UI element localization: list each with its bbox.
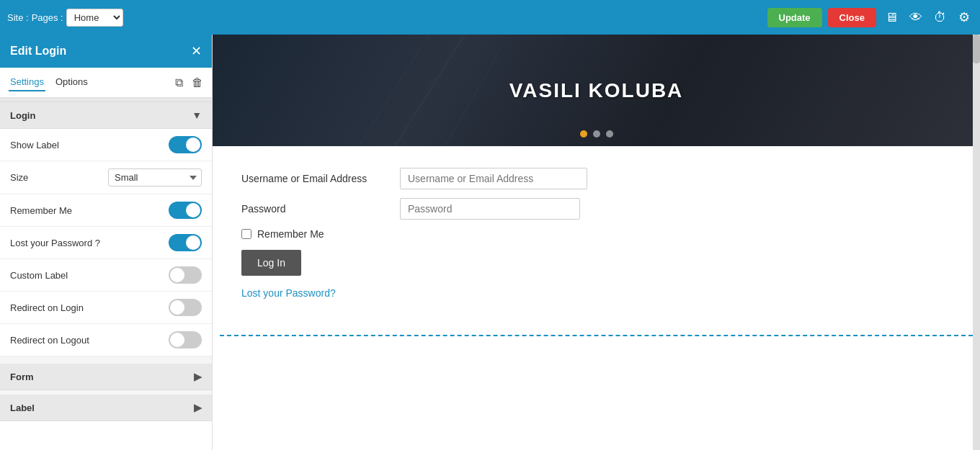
size-label: Size bbox=[10, 172, 28, 183]
login-section-header[interactable]: Login ▼ bbox=[0, 102, 212, 129]
left-panel: Edit Login ✕ Settings Options ⧉ 🗑 Login … bbox=[0, 35, 213, 450]
show-label-text: Show Label bbox=[10, 140, 59, 150]
redirect-logout-text: Redirect on Logout bbox=[10, 335, 89, 346]
panel-header: Edit Login ✕ bbox=[0, 35, 212, 68]
pages-dropdown[interactable]: Home About Contact Blog bbox=[66, 9, 123, 27]
close-button[interactable]: Close bbox=[828, 8, 876, 27]
right-content: VASILI KOLUBA Username or Email Address … bbox=[213, 35, 980, 450]
username-label: Username or Email Address bbox=[241, 173, 400, 184]
history-icon[interactable]: ⏱ bbox=[931, 7, 950, 28]
login-section-arrow: ▼ bbox=[192, 109, 202, 121]
lost-password-link[interactable]: Lost your Password? bbox=[241, 287, 336, 299]
lost-password-row: Lost your Password ? bbox=[0, 227, 212, 259]
structure-icon[interactable]: ⚙ bbox=[956, 6, 973, 28]
show-label-slider bbox=[169, 136, 202, 153]
login-section-label: Login bbox=[10, 110, 35, 121]
redirect-login-toggle[interactable] bbox=[169, 299, 202, 316]
spacer-1 bbox=[0, 356, 212, 364]
remember-me-check[interactable] bbox=[241, 229, 251, 239]
lost-password-slider bbox=[169, 234, 202, 251]
password-label: Password bbox=[241, 203, 400, 215]
label-section-arrow: ▶ bbox=[194, 402, 202, 413]
update-button[interactable]: Update bbox=[767, 8, 822, 27]
remember-me-row: Remember Me bbox=[0, 194, 212, 227]
panel-close-button[interactable]: ✕ bbox=[191, 43, 202, 59]
pages-label: Pages : bbox=[32, 12, 63, 23]
svg-line-3 bbox=[443, 49, 501, 146]
password-field-row: Password bbox=[241, 198, 951, 220]
copy-icon[interactable]: ⧉ bbox=[175, 76, 183, 89]
hero-dot-1[interactable] bbox=[580, 130, 587, 138]
remember-me-toggle[interactable] bbox=[169, 202, 202, 219]
svg-line-0 bbox=[357, 35, 429, 146]
redirect-logout-slider bbox=[169, 331, 202, 348]
remember-me-check-row: Remember Me bbox=[241, 228, 951, 240]
site-label: Site : bbox=[7, 12, 29, 23]
redirect-login-text: Redirect on Login bbox=[10, 302, 84, 313]
size-dropdown[interactable]: Small Medium Large bbox=[108, 168, 202, 186]
lost-password-text: Lost your Password ? bbox=[10, 238, 100, 248]
hero-dot-2[interactable] bbox=[593, 130, 600, 138]
custom-label-toggle[interactable] bbox=[169, 266, 202, 284]
panel-tabs: Settings Options ⧉ 🗑 bbox=[0, 68, 212, 98]
tab-settings[interactable]: Settings bbox=[9, 73, 45, 91]
bottom-dashed-border bbox=[220, 335, 973, 336]
custom-label-text: Custom Label bbox=[10, 270, 68, 281]
redirect-logout-row: Redirect on Logout bbox=[0, 324, 212, 356]
hero-title: VASILI KOLUBA bbox=[509, 79, 684, 102]
redirect-logout-toggle[interactable] bbox=[169, 331, 202, 348]
custom-label-slider bbox=[169, 266, 202, 284]
tab-options[interactable]: Options bbox=[54, 73, 89, 91]
label-section-label: Label bbox=[10, 402, 35, 413]
form-section-header[interactable]: Form ▶ bbox=[0, 364, 212, 390]
username-field-row: Username or Email Address bbox=[241, 168, 951, 189]
hero-dot-3[interactable] bbox=[606, 130, 613, 138]
redirect-login-row: Redirect on Login bbox=[0, 292, 212, 324]
label-section-header[interactable]: Label ▶ bbox=[0, 395, 212, 421]
show-label-row: Show Label bbox=[0, 129, 212, 161]
top-bar: Site : Pages : Home About Contact Blog U… bbox=[0, 0, 980, 35]
size-row: Size Small Medium Large bbox=[0, 161, 212, 194]
eye-icon[interactable]: 👁 bbox=[906, 7, 925, 28]
show-label-toggle[interactable] bbox=[169, 136, 202, 153]
form-section-arrow: ▶ bbox=[194, 371, 202, 382]
svg-line-2 bbox=[342, 35, 414, 146]
desktop-icon[interactable]: 🖥 bbox=[882, 7, 901, 28]
remember-me-check-label: Remember Me bbox=[257, 228, 324, 240]
remember-me-text: Remember Me bbox=[10, 205, 72, 216]
password-input[interactable] bbox=[400, 198, 580, 220]
right-scrollbar[interactable] bbox=[973, 35, 980, 450]
remember-me-slider bbox=[169, 202, 202, 219]
custom-label-row: Custom Label bbox=[0, 259, 212, 292]
hero-dots bbox=[580, 130, 613, 138]
login-button[interactable]: Log In bbox=[241, 250, 301, 276]
panel-title: Edit Login bbox=[10, 45, 66, 58]
hero-banner: VASILI KOLUBA bbox=[213, 35, 980, 146]
lost-password-toggle[interactable] bbox=[169, 234, 202, 251]
redirect-login-slider bbox=[169, 299, 202, 316]
form-section-label: Form bbox=[10, 372, 34, 382]
username-input[interactable] bbox=[400, 168, 587, 189]
login-form-area: Username or Email Address Password Remem… bbox=[213, 146, 980, 320]
trash-icon[interactable]: 🗑 bbox=[192, 76, 203, 89]
scrollbar-thumb[interactable] bbox=[973, 35, 980, 63]
